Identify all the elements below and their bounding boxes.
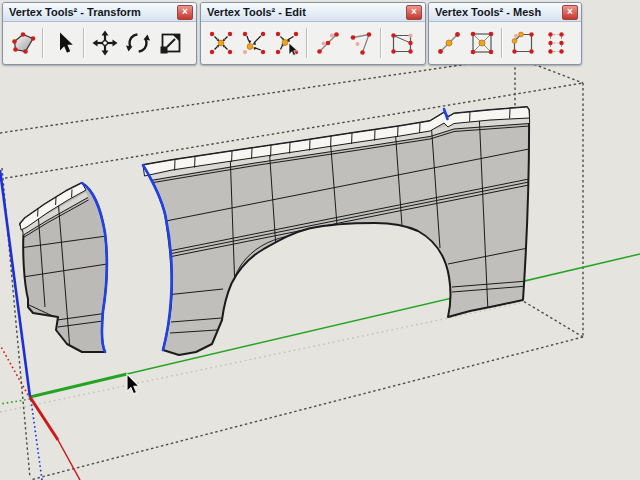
close-icon[interactable]: ×: [177, 5, 193, 20]
triangulate-icon[interactable]: [465, 25, 498, 61]
toolbar-title: Vertex Tools² - Transform: [9, 6, 177, 18]
toolbar-mesh: Vertex Tools² - Mesh ×: [428, 2, 582, 65]
toolbar-transform-titlebar[interactable]: Vertex Tools² - Transform ×: [3, 3, 196, 22]
toolbar-separator: [306, 28, 308, 58]
split-edge-icon[interactable]: [432, 25, 465, 61]
toolbar-mesh-titlebar[interactable]: Vertex Tools² - Mesh ×: [429, 3, 581, 22]
red-axis: [58, 440, 80, 480]
scale-icon[interactable]: [154, 25, 187, 61]
merge-at-vertex-icon[interactable]: [237, 25, 270, 61]
toolbar-separator: [380, 28, 382, 58]
close-icon[interactable]: ×: [406, 5, 422, 20]
bevel-corner-icon[interactable]: [506, 25, 539, 61]
merge-pick-icon[interactable]: [270, 25, 303, 61]
fender-left-section[interactable]: [20, 183, 107, 352]
toolbar-separator: [42, 28, 44, 58]
collapse-edge-icon[interactable]: [311, 25, 344, 61]
toolbar-title: Vertex Tools² - Mesh: [435, 6, 562, 18]
fender-main-section[interactable]: [143, 107, 530, 355]
toolbar-title: Vertex Tools² - Edit: [207, 6, 406, 18]
mouse-cursor: [127, 374, 139, 394]
move-icon[interactable]: [88, 25, 121, 61]
toolbar-edit: Vertex Tools² - Edit ×: [200, 2, 426, 65]
toolbar-separator: [501, 28, 503, 58]
toolbar-edit-titlebar[interactable]: Vertex Tools² - Edit ×: [201, 3, 425, 22]
distribute-vertices-icon[interactable]: [539, 25, 572, 61]
merge-vertices-icon[interactable]: [204, 25, 237, 61]
toolbar-transform: Vertex Tools² - Transform ×: [2, 2, 197, 65]
make-planar-icon[interactable]: [385, 25, 418, 61]
3d-viewport[interactable]: [0, 0, 640, 480]
close-icon[interactable]: ×: [562, 5, 578, 20]
select-arrow-icon[interactable]: [47, 25, 80, 61]
merge-edges-icon[interactable]: [344, 25, 377, 61]
toolbar-separator: [83, 28, 85, 58]
select-vertices-icon[interactable]: [6, 25, 39, 61]
rotate-icon[interactable]: [121, 25, 154, 61]
